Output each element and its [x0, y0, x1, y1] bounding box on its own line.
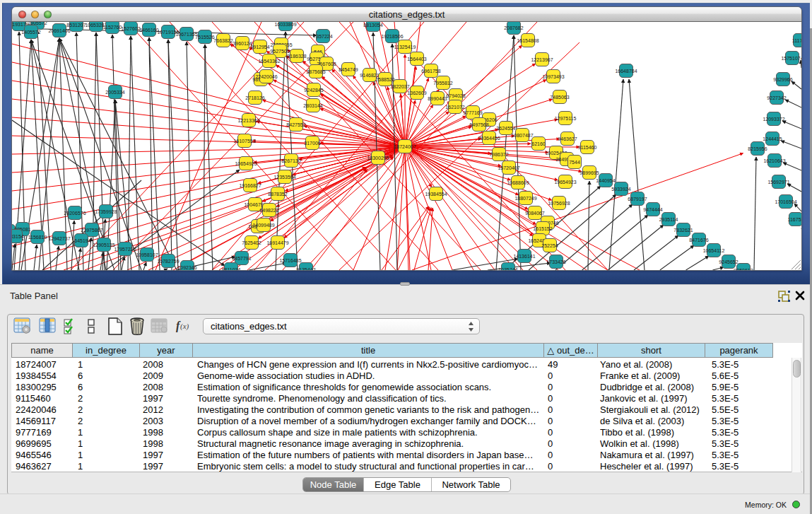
- svg-text:11325419: 11325419: [394, 45, 416, 49]
- svg-text:19384554: 19384554: [425, 192, 447, 197]
- svg-text:9899695: 9899695: [579, 170, 599, 175]
- svg-text:9245652: 9245652: [719, 259, 738, 264]
- svg-text:16914479: 16914479: [266, 240, 288, 245]
- svg-text:18724007: 18724007: [394, 144, 416, 149]
- svg-text:16107553: 16107553: [233, 139, 255, 144]
- svg-text:7663822: 7663822: [213, 38, 233, 43]
- svg-text:6498222: 6498222: [259, 208, 278, 213]
- svg-text:15716485: 15716485: [279, 258, 301, 263]
- svg-text:8813054: 8813054: [363, 23, 382, 28]
- svg-text:3624554: 3624554: [496, 126, 515, 131]
- svg-text:9135442: 9135442: [296, 267, 315, 271]
- svg-text:1405572: 1405572: [21, 30, 40, 35]
- svg-text:15692971: 15692971: [767, 180, 789, 185]
- svg-text:8267130: 8267130: [281, 158, 300, 163]
- svg-text:3960124: 3960124: [233, 41, 252, 46]
- svg-text:9329966: 9329966: [773, 77, 792, 82]
- svg-text:8531207: 8531207: [66, 23, 86, 28]
- svg-text:7955812: 7955812: [433, 81, 452, 86]
- svg-text:16782759: 16782759: [157, 259, 179, 264]
- svg-text:1621072: 1621072: [445, 105, 464, 110]
- svg-text:18807249: 18807249: [514, 196, 536, 201]
- svg-text:6961758: 6961758: [421, 69, 440, 74]
- svg-text:12213967: 12213967: [531, 57, 553, 62]
- svg-text:9527506: 9527506: [270, 49, 289, 54]
- svg-text:15751074: 15751074: [781, 56, 801, 61]
- svg-text:3822037: 3822037: [390, 84, 409, 89]
- svg-text:1035744: 1035744: [498, 267, 517, 271]
- svg-text:17359928: 17359928: [95, 209, 117, 214]
- svg-text:9457791: 9457791: [232, 256, 251, 261]
- svg-text:12905135: 12905135: [93, 243, 114, 247]
- svg-text:2087682: 2087682: [504, 25, 523, 30]
- svg-text:20206576: 20206576: [64, 211, 86, 216]
- svg-text:111724: 111724: [792, 38, 801, 43]
- svg-text:9242845: 9242845: [304, 88, 323, 93]
- svg-text:6879197: 6879197: [628, 197, 647, 201]
- svg-text:19654923: 19654923: [554, 180, 576, 185]
- svg-text:16543362: 16543362: [258, 59, 280, 64]
- svg-text:16154808: 16154808: [517, 38, 539, 43]
- svg-text:1362609: 1362609: [407, 90, 426, 95]
- svg-text:3875685: 3875685: [306, 69, 325, 74]
- svg-text:1615152: 1615152: [533, 226, 552, 231]
- svg-text:12213369: 12213369: [237, 118, 259, 123]
- svg-text:8912954: 8912954: [250, 45, 269, 49]
- svg-text:62160: 62160: [531, 141, 546, 146]
- svg-text:15720407: 15720407: [498, 165, 519, 170]
- svg-text:(x): (x): [180, 322, 189, 331]
- svg-text:8427552: 8427552: [286, 122, 305, 127]
- svg-text:10654112: 10654112: [703, 248, 725, 253]
- svg-text:9463627: 9463627: [558, 136, 577, 141]
- svg-text:2803144: 2803144: [303, 103, 322, 108]
- svg-text:317006: 317006: [304, 141, 320, 146]
- svg-text:14099489: 14099489: [252, 223, 274, 228]
- svg-text:8215956: 8215956: [748, 146, 767, 151]
- svg-text:17016504: 17016504: [775, 199, 796, 204]
- svg-text:6794028: 6794028: [446, 93, 465, 98]
- svg-text:7832621: 7832621: [673, 228, 693, 233]
- svg-text:8990443: 8990443: [428, 96, 447, 101]
- svg-text:1152760: 1152760: [103, 25, 122, 30]
- svg-text:9474444: 9474444: [643, 207, 662, 212]
- svg-text:10973493: 10973493: [542, 74, 564, 79]
- svg-text:252254: 252254: [541, 243, 558, 248]
- svg-text:23975867: 23975867: [81, 228, 102, 233]
- svg-text:8186328: 8186328: [287, 54, 306, 59]
- svg-text:9777169: 9777169: [463, 110, 482, 115]
- svg-text:8471676: 8471676: [689, 238, 708, 243]
- svg-text:8811034: 8811034: [222, 267, 241, 271]
- svg-text:2005334: 2005334: [105, 90, 124, 95]
- svg-text:17957225: 17957225: [114, 247, 136, 252]
- svg-text:14136141: 14136141: [513, 254, 535, 259]
- svg-text:1733426: 1733426: [546, 259, 565, 264]
- svg-text:9227342: 9227342: [767, 95, 786, 100]
- svg-text:5933924: 5933924: [611, 187, 630, 192]
- svg-text:8454749: 8454749: [339, 67, 358, 72]
- svg-text:2588520: 2588520: [375, 77, 394, 82]
- svg-text:933154: 933154: [12, 234, 24, 239]
- svg-text:10688609: 10688609: [507, 180, 529, 185]
- svg-text:1156819: 1156819: [28, 235, 47, 240]
- svg-text:20691406: 20691406: [48, 28, 70, 33]
- svg-text:1092346: 1092346: [177, 265, 196, 270]
- svg-text:16033809: 16033809: [274, 22, 296, 27]
- svg-text:1905572: 1905572: [28, 22, 47, 25]
- svg-text:1440954: 1440954: [596, 178, 615, 183]
- svg-text:22420046: 22420046: [255, 74, 277, 79]
- svg-text:7544: 7544: [569, 160, 580, 165]
- svg-text:10654925: 10654925: [235, 161, 257, 166]
- svg-text:2718126: 2718126: [245, 95, 264, 100]
- svg-text:1645194: 1645194: [71, 238, 90, 243]
- svg-text:6466160: 6466160: [139, 28, 158, 33]
- svg-text:8878352: 8878352: [268, 192, 287, 197]
- svg-text:12093372: 12093372: [763, 117, 784, 122]
- svg-text:7485063: 7485063: [550, 95, 569, 100]
- svg-text:116753: 116753: [788, 217, 801, 222]
- svg-text:2935114: 2935114: [659, 217, 678, 222]
- svg-text:16210643: 16210643: [763, 158, 785, 163]
- svg-text:1244415: 1244415: [763, 136, 782, 141]
- svg-text:10756928: 10756928: [548, 201, 570, 206]
- svg-text:16648784: 16648784: [615, 69, 637, 74]
- svg-text:9084067: 9084067: [525, 211, 544, 216]
